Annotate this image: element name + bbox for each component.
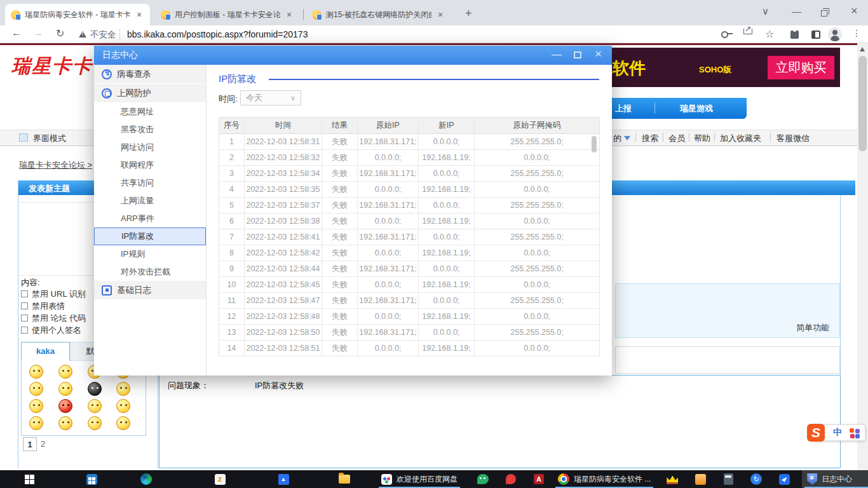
tab-test15[interactable]: 测15-被托盘右键网络防护关闭的 × — [306, 4, 451, 25]
edge-icon[interactable] — [139, 470, 154, 488]
sidebar-item-网址访问[interactable]: 网址访问 — [94, 139, 206, 156]
sidebar-item-对外攻击拦截[interactable]: 对外攻击拦截 — [94, 263, 206, 281]
emoticon-yellow-smiley[interactable] — [58, 365, 72, 379]
tab-close-icon[interactable]: × — [435, 10, 445, 20]
not-secure-label[interactable]: 不安全 — [90, 29, 116, 41]
bookmark-star-icon[interactable]: ☆ — [765, 28, 774, 40]
table-row[interactable]: 52022-12-03 12:58:37失败192.168.31.171;0.0… — [219, 198, 599, 214]
table-row[interactable]: 72022-12-03 12:58:41失败192.168.31.171;0.0… — [219, 229, 599, 245]
page-scrollbar[interactable] — [857, 43, 868, 470]
checkbox-icon[interactable] — [21, 290, 28, 297]
side-panel-icon[interactable] — [811, 30, 820, 39]
forward-icon[interactable]: → — [33, 27, 43, 39]
password-key-icon[interactable] — [721, 31, 733, 37]
profile-avatar[interactable] — [828, 27, 842, 41]
emoticon-yellow-smiley[interactable] — [29, 382, 43, 396]
time-filter-select[interactable]: 今天 ∨ — [240, 90, 301, 105]
table-row[interactable]: 12022-12-03 12:58:31失败192.168.31.171;0.0… — [219, 134, 599, 150]
emoticon-yellow-smiley[interactable] — [29, 399, 43, 413]
checkbox-icon[interactable] — [21, 327, 28, 334]
window-restore-button[interactable] — [821, 6, 827, 17]
checkbox-use-signature[interactable]: 使用个人签名 — [21, 324, 86, 336]
table-row[interactable]: 32022-12-03 12:58:34失败192.168.31.171;0.0… — [219, 166, 599, 182]
pagination-page-2[interactable]: 2 — [41, 439, 45, 449]
dialog-maximize-button[interactable] — [574, 51, 581, 58]
sogou-ime-mode[interactable]: 中 — [833, 427, 842, 438]
share-icon[interactable]: ↗ — [743, 29, 752, 34]
checkbox-disable-smilies[interactable]: 禁用表情 — [21, 300, 86, 312]
back-icon[interactable]: ← — [11, 27, 22, 39]
update-circle-icon[interactable]: ↻ — [749, 470, 764, 488]
address-bar-url[interactable]: bbs.ikaka.com/posttopic.aspx?forumid=201… — [127, 29, 308, 39]
dialog-titlebar[interactable]: 日志中心 — × — [94, 46, 612, 65]
checkbox-icon[interactable] — [21, 302, 28, 309]
sidebar-item-基础日志[interactable]: 基础日志 — [94, 281, 206, 300]
tab-user-control-panel[interactable]: 用户控制面板 - 瑞星卡卡安全论坛 × — [155, 4, 300, 25]
nav-item-report[interactable]: 上报 — [615, 103, 632, 114]
emoticon-yellow-smiley[interactable] — [116, 382, 130, 396]
emoticon-yellow-smiley[interactable] — [29, 365, 43, 379]
sogou-grid-icon[interactable] — [850, 428, 860, 438]
simple-functions-label[interactable]: 简单功能 — [796, 322, 829, 334]
breadcrumb[interactable]: 瑞星卡卡安全论坛 > — [19, 159, 92, 171]
table-row[interactable]: 112022-12-03 12:58:47失败192.168.31.171;0.… — [219, 293, 599, 309]
toolbar-item-search[interactable]: 搜索 — [642, 133, 658, 144]
table-row[interactable]: 92022-12-03 12:58:44失败192.168.31.171;0.0… — [219, 261, 599, 277]
wechat-icon[interactable] — [475, 470, 491, 488]
ui-mode-label[interactable]: 界面模式 — [33, 133, 66, 144]
table-row[interactable]: 22022-12-03 12:58:32失败0.0.0.0;192.168.1.… — [219, 150, 599, 166]
sogou-logo-icon[interactable]: S — [807, 424, 825, 442]
sidebar-item-黑客攻击[interactable]: 黑客攻击 — [94, 121, 206, 139]
table-row[interactable]: 62022-12-03 12:58:38失败0.0.0.0;192.168.1.… — [219, 214, 599, 229]
toolbar-item-wechat-service[interactable]: 客服微信 — [776, 133, 810, 144]
emoticon-yellow-smiley[interactable] — [58, 382, 72, 396]
table-row[interactable]: 82022-12-03 12:58:42失败0.0.0.0;192.168.1.… — [219, 245, 599, 261]
blue-bird-icon[interactable] — [776, 470, 792, 488]
reload-icon[interactable]: ↻ — [56, 27, 64, 39]
emoticon-yellow-smiley[interactable] — [116, 399, 130, 413]
table-row[interactable]: 122022-12-03 12:58:48失败0.0.0.0;192.168.1… — [219, 309, 599, 325]
emoticon-yellow-smiley[interactable] — [29, 416, 43, 430]
dialog-minimize-button[interactable]: — — [552, 49, 562, 60]
toolbar-item-truncated[interactable]: 的 — [613, 133, 621, 144]
sidebar-item-IP防篡改[interactable]: IP防篡改 — [94, 227, 206, 245]
toolbar-item-favorites[interactable]: 加入收藏夹 — [720, 133, 761, 144]
checkbox-icon[interactable] — [21, 315, 28, 322]
sidebar-item-上网流量[interactable]: 上网流量 — [94, 192, 206, 210]
browser-menu-icon[interactable]: ⋮ — [852, 28, 861, 38]
crown-icon[interactable] — [665, 470, 680, 488]
store-icon[interactable] — [84, 470, 99, 488]
sidebar-item-联网程序[interactable]: 联网程序 — [94, 156, 206, 174]
new-tab-button[interactable]: + — [465, 7, 472, 20]
autocad-icon[interactable]: A — [531, 470, 546, 488]
pagination-page-1[interactable]: 1 — [23, 437, 37, 451]
file-explorer-icon[interactable] — [337, 470, 352, 488]
table-row[interactable]: 42022-12-03 12:58:35失败0.0.0.0;192.168.1.… — [219, 182, 599, 198]
photos-icon[interactable]: ▲ — [276, 470, 291, 488]
checkbox-disable-bbcode[interactable]: 禁用 论坛 代码 — [21, 312, 86, 324]
tab-rising-software[interactable]: 瑞星防病毒安全软件 - 瑞星卡卡 × — [5, 4, 150, 25]
orange-cube-icon[interactable] — [693, 470, 708, 488]
table-row[interactable]: 142022-12-03 12:58:51失败0.0.0.0;192.168.1… — [219, 341, 599, 356]
emoticon-tab-kaka[interactable]: kaka — [21, 342, 70, 361]
checkbox-disable-url[interactable]: 禁用 URL 识别 — [21, 288, 86, 300]
new-topic-button[interactable]: 发表新主题 — [29, 183, 70, 194]
sidebar-item-恶意网址[interactable]: 恶意网址 — [94, 103, 206, 121]
sidebar-item-共享访问[interactable]: 共享访问 — [94, 174, 206, 192]
sidebar-item-病毒查杀[interactable]: 病毒查杀 — [94, 65, 206, 84]
emoticon-black-smiley[interactable] — [88, 382, 102, 396]
emoticon-red-smiley[interactable] — [58, 399, 72, 413]
winamp-icon[interactable]: z — [212, 470, 227, 488]
emoticon-yellow-smiley[interactable] — [88, 399, 102, 413]
red-bubble-icon[interactable] — [503, 470, 519, 488]
baidu-netdisk-task[interactable]: 欢迎使用百度网盘 — [376, 470, 463, 488]
window-close-button[interactable]: × — [851, 4, 858, 18]
emoticon-yellow-smiley[interactable] — [58, 416, 72, 430]
emoticon-yellow-smiley[interactable] — [88, 416, 102, 430]
calculator-icon[interactable] — [721, 470, 736, 488]
tab-close-icon[interactable]: × — [284, 10, 294, 20]
nav-item-rising-games[interactable]: 瑞星游戏 — [680, 103, 713, 114]
dropdown-triangle-icon[interactable] — [624, 136, 630, 140]
start-button[interactable] — [22, 470, 37, 488]
scroll-up-arrow-icon[interactable] — [860, 47, 865, 51]
